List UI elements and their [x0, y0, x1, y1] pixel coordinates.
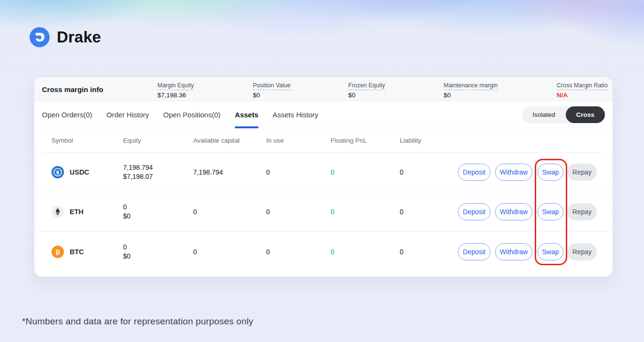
deposit-button[interactable]: Deposit	[458, 164, 490, 181]
brand-name: Drake	[57, 28, 101, 46]
symbol-cell: $ USDC	[52, 153, 89, 192]
toggle-cross[interactable]: Cross	[566, 106, 605, 123]
stat-cross-margin-ratio: Cross Margin Ratio N/A	[557, 81, 608, 99]
symbol-cell: ETH	[52, 192, 83, 231]
in-use-cell: 0	[266, 153, 270, 192]
margin-mode-toggle: Isolated Cross	[522, 106, 605, 123]
column-header-available-capital: Available capital	[193, 128, 239, 153]
tab-open-orders[interactable]: Open Orders(0)	[42, 101, 92, 128]
stat-label: Position Value	[253, 82, 291, 90]
stat-maintenance-margin: Maintenance margin $0	[444, 81, 498, 99]
stat-value: $0	[253, 92, 291, 99]
in-use-cell: 0	[266, 232, 270, 271]
withdraw-button[interactable]: Withdraw	[495, 164, 532, 181]
equity-usd: $0	[123, 252, 131, 261]
swap-button[interactable]: Swap	[538, 243, 563, 260]
tab-open-positions[interactable]: Open Positions(0)	[163, 101, 220, 128]
stat-value: $0	[348, 92, 385, 99]
liability-cell: 0	[400, 232, 404, 271]
equity-cell: 0 $0	[123, 232, 131, 271]
stat-frozen-equity: Frozen Equity $0	[348, 81, 385, 99]
repay-button[interactable]: Repay	[567, 164, 597, 181]
swap-button[interactable]: Swap	[538, 203, 563, 220]
stat-value: $0	[444, 92, 498, 99]
tab-assets[interactable]: Assets	[235, 101, 258, 128]
deposit-button[interactable]: Deposit	[458, 243, 490, 260]
stat-value: $7,198.36	[157, 92, 194, 99]
swap-button[interactable]: Swap	[538, 164, 563, 181]
withdraw-button[interactable]: Withdraw	[495, 203, 532, 220]
table-row-usdc: $ USDC 7,198.794 $7,198.07 7,198.794 0 0…	[34, 153, 613, 192]
liability-cell: 0	[400, 153, 404, 192]
stat-value: N/A	[557, 92, 608, 99]
column-header-liability: Liability	[400, 128, 421, 153]
floating-pnl-cell: 0	[331, 232, 334, 271]
table-row-eth: ETH 0 $0 0 0 0 0 Deposit Withdraw Swap R…	[34, 192, 613, 232]
repay-button[interactable]: Repay	[567, 203, 597, 220]
stat-label: Margin Equity	[157, 82, 194, 90]
equity-amount: 0	[123, 243, 131, 252]
equity-amount: 7,198.794	[123, 163, 153, 172]
disclaimer: *Numbers and data are for representation…	[22, 316, 253, 327]
withdraw-button[interactable]: Withdraw	[495, 243, 532, 260]
panel-title: Cross margin info	[42, 77, 103, 101]
deposit-button[interactable]: Deposit	[458, 203, 490, 220]
table-header: Symbol Equity Available capital In use F…	[34, 128, 613, 153]
available-capital-cell: 0	[193, 192, 197, 231]
column-header-in-use: In use	[266, 128, 284, 153]
toggle-isolated[interactable]: Isolated	[522, 106, 565, 123]
stat-margin-equity: Margin Equity $7,198.36	[157, 81, 194, 99]
repay-button[interactable]: Repay	[567, 243, 597, 260]
stat-label: Maintenance margin	[444, 82, 498, 90]
in-use-cell: 0	[266, 192, 270, 231]
tab-bar: Open Orders(0) Order History Open Positi…	[42, 101, 318, 128]
tabs-row: Open Orders(0) Order History Open Positi…	[34, 101, 613, 128]
symbol-label: ETH	[70, 208, 83, 216]
equity-cell: 7,198.794 $7,198.07	[123, 153, 153, 192]
usdc-coin-icon: $	[52, 166, 64, 178]
panel-header: Cross margin info Margin Equity $7,198.3…	[34, 77, 613, 101]
equity-cell: 0 $0	[123, 192, 131, 231]
available-capital-cell: 0	[193, 232, 197, 271]
symbol-cell: ₿ BTC	[52, 232, 84, 271]
eth-coin-icon	[52, 206, 64, 218]
cross-margin-panel: Cross margin info Margin Equity $7,198.3…	[34, 77, 613, 277]
page: Drake Cross margin info Margin Equity $7…	[0, 0, 644, 342]
available-capital-cell: 7,198.794	[193, 153, 223, 192]
column-header-symbol: Symbol	[52, 128, 73, 153]
drake-logo-icon	[30, 27, 50, 47]
tab-assets-history[interactable]: Assets History	[273, 101, 319, 128]
svg-text:$: $	[56, 169, 59, 175]
floating-pnl-cell: 0	[331, 192, 334, 231]
equity-usd: $0	[123, 212, 131, 221]
svg-text:₿: ₿	[55, 248, 61, 255]
tab-order-history[interactable]: Order History	[106, 101, 149, 128]
equity-amount: 0	[123, 203, 131, 212]
asset-rows: $ USDC 7,198.794 $7,198.07 7,198.794 0 0…	[34, 153, 613, 271]
column-header-equity: Equity	[123, 128, 141, 153]
floating-pnl-cell: 0	[331, 153, 334, 192]
stat-position-value: Position Value $0	[253, 81, 291, 99]
symbol-label: BTC	[70, 248, 84, 256]
brand: Drake	[30, 27, 101, 47]
stat-label: Cross Margin Ratio	[557, 82, 608, 90]
liability-cell: 0	[400, 192, 404, 231]
stat-label: Frozen Equity	[348, 82, 385, 90]
symbol-label: USDC	[70, 168, 89, 176]
btc-coin-icon: ₿	[52, 246, 64, 258]
equity-usd: $7,198.07	[123, 172, 153, 181]
table-row-btc: ₿ BTC 0 $0 0 0 0 0 Deposit Withdraw S	[34, 232, 613, 271]
column-header-floating-pnl: Floating PnL	[331, 128, 367, 153]
